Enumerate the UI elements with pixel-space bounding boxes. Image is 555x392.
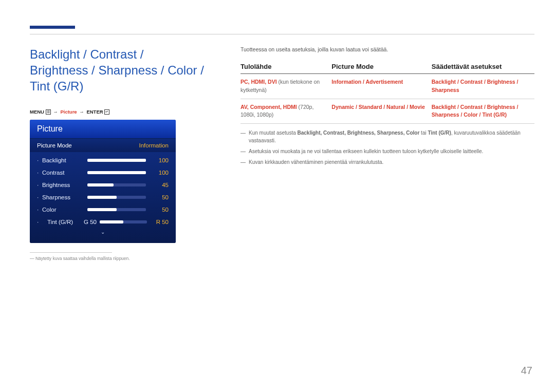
slider-value: 50 (151, 207, 169, 213)
note-bold: Tint (G/R) (428, 130, 451, 136)
note-text: Kun muutat asetusta Backlight, Contrast,… (249, 129, 534, 144)
cell-mode: Information / Advertisement (331, 74, 431, 99)
adjust-red: Backlight / Contrast / Brightness / Shar… (432, 79, 519, 93)
menu-picture: Picture (60, 109, 77, 115)
right-column: Tuotteessa on useita asetuksia, joilla k… (240, 46, 534, 261)
note-row: ― Kuvan kirkkauden vähentäminen pienentä… (240, 158, 534, 166)
slider-row[interactable]: · Contrast 100 (30, 166, 176, 179)
slider-label: Color (42, 207, 84, 213)
dash-icon: ― (240, 147, 249, 155)
osd-body: · Backlight 100 · Contrast 100 · Brightn… (30, 152, 176, 243)
slider-track[interactable] (87, 171, 146, 174)
dash-icon: ― (240, 158, 249, 166)
slider-fill (87, 183, 114, 186)
bullet-icon: · (37, 219, 42, 225)
osd-title: Picture (30, 120, 176, 139)
slider-label: Sharpness (42, 194, 84, 200)
note-text: Kuvan kirkkauden vähentäminen pienentää … (249, 158, 383, 166)
menu-label: MENU (30, 109, 44, 115)
note-seg: tai (419, 130, 428, 136)
slider-fill (100, 220, 123, 223)
arrow-icon: → (53, 109, 58, 115)
slider-track[interactable] (100, 220, 147, 223)
osd-mode-row[interactable]: Picture Mode Information (30, 139, 176, 152)
arrow-icon: → (79, 109, 84, 115)
dash-icon: ― (240, 129, 249, 144)
th-source: Tulolähde (240, 60, 331, 74)
cell-source: PC, HDMI, DVI (kun tietokone on kytketty… (240, 74, 331, 99)
page-number: 47 (521, 365, 532, 377)
slider-value: 100 (151, 170, 169, 176)
slider-track[interactable] (87, 208, 146, 211)
slider-row[interactable]: · Sharpness 50 (30, 191, 176, 203)
page-title: Backlight / Contrast / Brightness / Shar… (30, 46, 205, 95)
enter-label: ENTER (86, 109, 103, 115)
bullet-icon: · (37, 182, 42, 188)
menu-icon: ☰ (46, 109, 51, 115)
slider-fill (87, 208, 117, 211)
mode-red: Information / Advertisement (331, 79, 403, 85)
slider-track[interactable] (87, 196, 146, 199)
source-red: PC, HDMI, DVI (240, 79, 277, 85)
slider-value: 45 (151, 182, 169, 188)
tint-r-value: R 50 (151, 219, 169, 225)
slider-row[interactable]: · Brightness 45 (30, 179, 176, 191)
slider-fill (87, 196, 117, 199)
chevron-down-icon[interactable]: ⌄ (30, 228, 176, 238)
th-mode: Picture Mode (331, 60, 431, 74)
settings-table: Tulolähde Picture Mode Säädettävät asetu… (240, 60, 534, 124)
bullet-icon: · (37, 194, 42, 200)
tint-row[interactable]: · Tint (G/R) G 50 R 50 (30, 216, 176, 228)
notes: ― Kun muutat asetusta Backlight, Contras… (240, 129, 534, 166)
menu-path: MENU ☰ → Picture → ENTER ↵ (30, 109, 205, 115)
note-text: Asetuksia voi muokata ja ne voi tallenta… (249, 147, 483, 155)
bullet-icon: · (37, 170, 42, 176)
slider-row[interactable]: · Backlight 100 (30, 154, 176, 166)
note-bold: Backlight, Contrast, Brightness, Sharpne… (298, 130, 420, 136)
bullet-icon: · (37, 157, 42, 163)
slider-track[interactable] (87, 159, 146, 162)
cell-adjust: Backlight / Contrast / Brightness / Shar… (432, 99, 534, 124)
slider-track[interactable] (87, 183, 146, 186)
note-row: ― Kun muutat asetusta Backlight, Contras… (240, 129, 534, 144)
footnote-text: Näytetty kuva saattaa vaihdella mallista… (35, 256, 130, 261)
slider-value: 50 (151, 194, 169, 200)
cell-source: AV, Component, HDMI (720p, 1080i, 1080p) (240, 99, 331, 124)
note-row: ― Asetuksia voi muokata ja ne voi tallen… (240, 147, 534, 155)
table-row: AV, Component, HDMI (720p, 1080i, 1080p)… (240, 99, 534, 124)
accent-bar (30, 26, 75, 29)
osd-panel: Picture Picture Mode Information · Backl… (30, 120, 176, 243)
slider-row[interactable]: · Color 50 (30, 203, 176, 216)
left-column: Backlight / Contrast / Brightness / Shar… (30, 46, 205, 261)
intro-text: Tuotteessa on useita asetuksia, joilla k… (240, 46, 534, 52)
slider-value: 100 (151, 157, 169, 163)
slider-fill (87, 159, 146, 162)
slider-fill (87, 171, 146, 174)
table-row: PC, HDMI, DVI (kun tietokone on kytketty… (240, 74, 534, 99)
tint-g-value: G 50 (80, 219, 97, 225)
mode-red: Dynamic / Standard / Natural / Movie (331, 104, 424, 110)
tint-label: Tint (G/R) (47, 219, 80, 225)
footnote-divider (30, 252, 112, 253)
osd-mode-label: Picture Mode (37, 142, 72, 148)
slider-label: Contrast (42, 170, 84, 176)
note-seg: Kun muutat asetusta (249, 130, 298, 136)
top-divider (30, 34, 534, 34)
adjust-red: Backlight / Contrast / Brightness / Shar… (432, 104, 519, 118)
cell-adjust: Backlight / Contrast / Brightness / Shar… (432, 74, 534, 99)
cell-mode: Dynamic / Standard / Natural / Movie (331, 99, 431, 124)
th-adjust: Säädettävät asetukset (432, 60, 534, 74)
osd-mode-value: Information (139, 142, 169, 148)
footnote: ― Näytetty kuva saattaa vaihdella mallis… (30, 256, 205, 261)
enter-icon: ↵ (104, 109, 109, 115)
slider-label: Backlight (42, 157, 84, 163)
source-red: AV, Component, HDMI (240, 104, 297, 110)
slider-label: Brightness (42, 182, 84, 188)
bullet-icon: · (37, 207, 42, 213)
